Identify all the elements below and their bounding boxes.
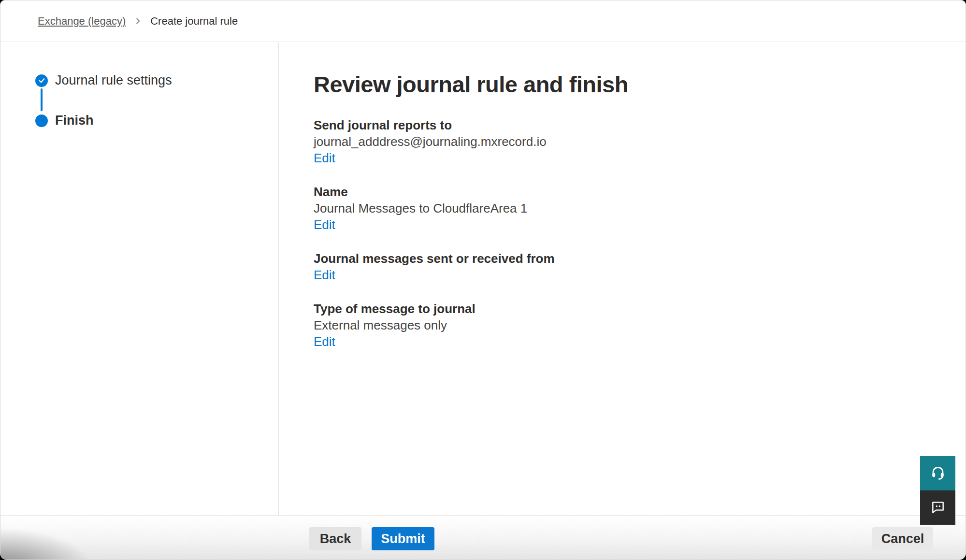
page-title: Review journal rule and finish — [314, 73, 845, 96]
section-label: Send journal reports to — [314, 117, 845, 133]
review-pane: Review journal rule and finish Send jour… — [314, 73, 845, 367]
review-section-journal-messages-scope: Journal messages sent or received from E… — [314, 250, 845, 283]
edit-message-type-link[interactable]: Edit — [314, 333, 335, 350]
headset-icon — [930, 465, 946, 482]
side-button-stack — [920, 456, 955, 525]
wizard-steps-rail: Journal rule settings Finish — [0, 43, 279, 516]
footer-action-bar: Back Submit Cancel — [0, 515, 966, 560]
review-section-message-type: Type of message to journal External mess… — [314, 301, 845, 350]
review-section-name: Name Journal Messages to CloudflareArea … — [314, 184, 845, 233]
chevron-right-icon — [134, 17, 142, 25]
wizard-step-journal-rule-settings[interactable]: Journal rule settings — [35, 73, 172, 88]
section-label: Name — [314, 184, 845, 200]
wizard-step-label: Journal rule settings — [55, 73, 172, 88]
wizard-step-finish[interactable]: Finish — [35, 113, 94, 128]
submit-button[interactable]: Submit — [372, 527, 434, 550]
cancel-button[interactable]: Cancel — [872, 527, 933, 550]
help-button[interactable] — [920, 456, 955, 490]
breadcrumb-current-page: Create journal rule — [150, 15, 238, 28]
edit-journal-messages-scope-link[interactable]: Edit — [314, 267, 335, 283]
section-label: Journal messages sent or received from — [314, 250, 845, 267]
journal-report-address-value: journal_adddress@journaling.mxrecord.io — [314, 133, 845, 150]
step-current-dot-icon — [35, 115, 48, 127]
message-type-value: External messages only — [314, 317, 845, 333]
step-completed-check-icon — [35, 74, 48, 87]
feedback-button[interactable] — [920, 490, 955, 525]
breadcrumb: Exchange (legacy) Create journal rule — [0, 0, 966, 42]
section-label: Type of message to journal — [314, 301, 845, 317]
edit-send-journal-reports-link[interactable]: Edit — [314, 150, 335, 166]
app-window: Exchange (legacy) Create journal rule Jo… — [0, 0, 966, 560]
back-button[interactable]: Back — [309, 527, 361, 550]
review-section-send-journal-reports-to: Send journal reports to journal_adddress… — [314, 117, 845, 166]
edit-name-link[interactable]: Edit — [314, 216, 335, 233]
rule-name-value: Journal Messages to CloudflareArea 1 — [314, 200, 845, 216]
chat-icon — [930, 499, 946, 516]
step-connector-line — [41, 88, 43, 111]
wizard-step-label: Finish — [55, 113, 94, 128]
breadcrumb-link-exchange-legacy[interactable]: Exchange (legacy) — [38, 15, 126, 28]
